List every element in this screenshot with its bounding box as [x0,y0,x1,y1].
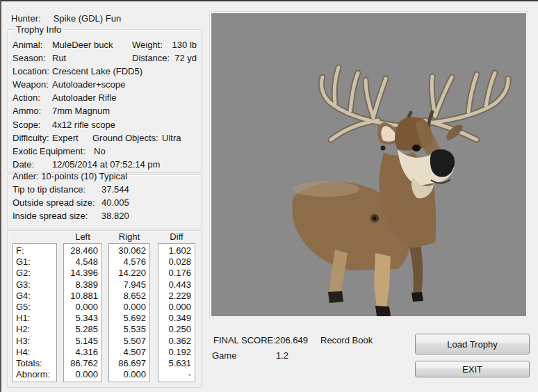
game-label: Game [212,350,236,361]
measure-labels-box: F:G1:G2:G3:G4:G5:H1:H2:H3:H4:Totals:Abno… [13,243,57,382]
measure-row-label: F: [13,245,56,256]
action-label: Action: [13,92,40,103]
column-header-right: Right [108,231,150,242]
weight-value: 130 lb [172,40,197,50]
distance-value: 72 yd [174,53,197,63]
deer-front-right-leg [374,253,391,308]
weight-label: Weight: [132,40,163,50]
measure-left-value: 0.000 [64,302,101,313]
antler-type: Antler: 10-points (10) Typical [13,171,127,181]
tip-to-tip-row: Tip to tip distance: 37.544 [8,184,202,197]
measure-diff-value: 0.362 [158,336,195,347]
measure-left-value: 8.389 [64,279,101,291]
measure-left-value: 5.285 [64,324,101,335]
measure-diff-box: 1.6020.0280.1760.4432.2290.0000.3490.250… [158,243,195,382]
measure-diff-value: 5.631 [158,358,195,369]
deer-back-highlight [293,181,359,197]
measure-row-label: H2: [13,324,56,335]
deer-front-right-hoof [375,306,391,316]
scope-value: 4x12 rifle scope [52,120,115,130]
measure-row-label: H1: [13,313,56,324]
measure-right-value: 4.507 [109,347,149,358]
final-score-value: 206.649 [275,335,308,345]
wound-mark-center [373,217,377,220]
ground-objects-label: Ground Objects: [92,133,158,143]
measure-right-value: 14.220 [109,268,149,279]
mule-deer-render [211,13,526,316]
trophy-fields: Animal: MuleDeer buck Weight: 130 lb Sea… [8,40,202,172]
measure-left-box: 28.4604.54814.3968.38910.8810.0005.3435.… [63,243,102,382]
hunter-label: Hunter: [11,13,51,24]
measure-left-value: 28.460 [64,245,101,256]
measure-row-label: G5: [13,302,56,313]
season-value: Rut [52,53,66,63]
field-row-weapon: Weapon: Autoloader+scope [8,79,202,92]
measure-row-label: H3: [13,336,56,347]
measure-left-value: 5.145 [64,336,101,347]
measure-diff-value: 1.602 [158,245,195,256]
location-label: Location: [13,66,49,76]
measure-right-value: 86.697 [109,358,149,369]
measure-diff-value: 0.250 [158,324,195,335]
date-label: Date: [13,159,34,170]
measure-left-value: 0.000 [64,369,101,380]
exit-button[interactable]: EXIT [415,361,530,377]
measure-left-value: 86.762 [64,358,101,369]
field-row-location: Location: Crescent Lake (FDD5) [8,66,202,79]
measure-diff-value: - [158,369,195,380]
column-header-left: Left [63,231,102,242]
measure-right-value: 5.535 [109,324,149,335]
trophy-render-viewport [210,12,528,318]
field-row-scope: Scope: 4x12 rifle scope [8,120,202,133]
measure-right-value: 7.945 [109,279,149,291]
measure-row-label: H4: [13,347,56,358]
measure-left-value: 5.343 [64,313,101,324]
hunter-value: Spike (GDL) Fun [54,13,122,24]
exotic-value: No [94,146,106,156]
deer-far-eye [381,146,386,151]
ground-objects-value: Ultra [162,133,181,143]
deer-front-left-hoof [328,291,343,303]
field-row-difficulty: Difficulty: Expert Ground Objects: Ultra [8,133,202,146]
animal-value: MuleDeer buck [52,40,113,50]
action-value: Autoloader Rifle [52,92,117,103]
difficulty-label: Difficulty: [13,133,49,143]
weapon-value: Autoloader+scope [52,79,125,90]
game-version: 1.2 [276,350,288,361]
measure-diff-value: 0.349 [158,313,195,324]
hunter-row: Hunter: Spike (GDL) Fun [11,13,121,24]
difficulty-value: Expert [52,133,79,143]
measure-right-value: 4.576 [109,256,149,268]
tip-to-tip-label: Tip to tip distance: [13,184,85,195]
measure-diff-value: 0.028 [158,256,195,268]
measure-row-label: G2: [13,268,56,279]
measure-row-label: G1: [13,256,56,268]
trophy-info-group: Trophy Info Animal: MuleDeer buck Weight… [7,29,202,173]
measure-left-value: 14.396 [64,268,101,279]
measure-row-label: G3: [13,279,56,291]
scope-label: Scope: [13,120,40,130]
measure-diff-value: 0.000 [158,302,195,313]
outside-spread-label: Outside spread size: [13,197,95,208]
field-row-action: Action: Autoloader Rifle [8,92,202,106]
load-trophy-button[interactable]: Load Trophy [415,334,530,354]
inside-spread-label: Inside spread size: [13,211,88,221]
trophy-info-group-title: Trophy Info [14,24,63,35]
measure-right-box: 30.0624.57614.2207.9458.6520.0005.6925.5… [108,243,150,382]
measure-row-label: G4: [13,291,56,302]
measure-diff-value: 0.443 [158,279,195,291]
measurements-group: Left Right Diff F:G1:G2:G3:G4:G5:H1:H2:H… [7,230,202,388]
measure-left-value: 4.316 [64,347,101,358]
column-header-diff: Diff [158,231,195,242]
antler-summary-group: Antler: 10-points (10) Typical Tip to ti… [7,174,202,229]
ammo-value: 7mm Magnum [52,106,110,116]
measure-right-value: 5.507 [109,336,149,347]
date-value: 12/05/2014 at 07:52:14 pm [52,159,160,170]
ammo-label: Ammo: [13,106,41,116]
measure-row-label: Abnorm: [13,369,56,380]
antler-type-row: Antler: 10-points (10) Typical [8,171,202,184]
field-row-animal: Animal: MuleDeer buck Weight: 130 lb [8,40,202,53]
measure-diff-value: 0.192 [158,347,195,358]
measure-right-value: 30.062 [109,245,149,256]
outside-spread-row: Outside spread size: 40.005 [8,197,202,211]
